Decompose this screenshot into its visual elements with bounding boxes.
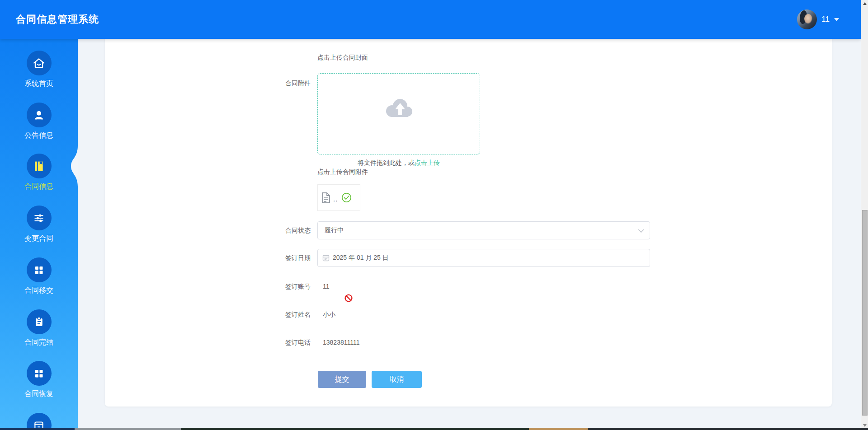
chevron-down-icon: [638, 229, 644, 233]
app-title: 合同信息管理系统: [16, 13, 99, 26]
account-value: 11: [323, 282, 330, 291]
scrollbar-up-arrow[interactable]: [861, 0, 868, 7]
attachment-label: 合同附件: [220, 79, 311, 88]
sign-date-picker[interactable]: 2025 年 01 月 25 日: [317, 249, 650, 267]
sidebar-item-label: 合同移交: [24, 287, 53, 294]
sidebar-item-contract-transfer[interactable]: 合同移交: [0, 257, 78, 294]
sidebar-item-contract-complete[interactable]: 合同完结: [0, 309, 78, 346]
name-label: 签订姓名: [220, 310, 311, 319]
dropzone-upload-link[interactable]: 点击上传: [415, 159, 440, 166]
sidebar-item-label: 公告信息: [24, 132, 53, 139]
clipboard-icon: [27, 309, 52, 334]
app-header: 合同信息管理系统 11: [0, 0, 861, 39]
no-drop-cursor-icon: [344, 294, 353, 302]
caret-down-icon: [834, 18, 839, 21]
username[interactable]: 11: [821, 15, 830, 24]
sidebar-nav: 系统首页 公告信息 合同信息: [0, 39, 78, 430]
page-scrollbar: [861, 0, 868, 430]
app-screen: 合同信息管理系统 11 系统首页: [0, 0, 868, 430]
file-dropzone[interactable]: 将文件拖到此处，或点击上传: [317, 73, 480, 154]
sidebar-item-contract-info[interactable]: 合同信息: [0, 154, 78, 190]
cloud-upload-icon: [383, 97, 414, 119]
grid-icon: [27, 257, 52, 282]
phone-label: 签订电话: [220, 338, 311, 347]
sidebar-item-contract-restore[interactable]: 合同恢复: [0, 361, 78, 397]
date-value: 2025 年 01 月 25 日: [333, 254, 389, 262]
dropzone-text: 将文件拖到此处，或点击上传: [318, 159, 480, 167]
avatar[interactable]: [797, 9, 817, 29]
bottom-edge-strip: [0, 428, 868, 430]
sidebar-item-label: 变更合同: [24, 235, 53, 242]
book-icon: [27, 154, 52, 178]
sidebar-item-label: 合同完结: [24, 339, 53, 346]
submit-button[interactable]: 提交: [318, 371, 366, 388]
status-label: 合同状态: [220, 226, 311, 235]
document-icon: [321, 192, 331, 204]
sidebar-item-label: 系统首页: [24, 80, 53, 87]
sidebar-item-change-contract[interactable]: 变更合同: [0, 206, 78, 242]
person-icon: [27, 103, 52, 127]
contract-status-select[interactable]: 履行中: [317, 221, 650, 239]
sidebar-item-announcements[interactable]: 公告信息: [0, 103, 78, 139]
grid-icon: [27, 361, 52, 386]
upload-success-icon: [341, 192, 352, 203]
scrollbar-thumb[interactable]: [862, 210, 868, 416]
active-item-notch: [68, 146, 78, 187]
phone-value: 13823811111: [323, 338, 360, 347]
upload-cover-hint: 点击上传合同封面: [317, 53, 368, 62]
sidebar-item-label: 合同恢复: [24, 390, 53, 397]
name-value: 小小: [323, 310, 335, 319]
sidebar-item-home[interactable]: 系统首页: [0, 51, 78, 87]
sliders-icon: [27, 206, 52, 230]
uploaded-file-item[interactable]: ..: [317, 184, 360, 211]
contract-form-card: 点击上传合同封面 合同附件 将文件拖到此处，或点击上传 点击上传合同附件: [105, 39, 832, 407]
sidebar-item-label: 合同信息: [24, 183, 53, 190]
dropzone-drag-text: 将文件拖到此处，或: [358, 159, 415, 166]
home-icon: [27, 51, 52, 75]
date-label: 签订日期: [220, 253, 311, 262]
upload-attachment-hint: 点击上传合同附件: [317, 167, 368, 176]
user-menu[interactable]: 11: [797, 0, 839, 39]
file-name: ..: [333, 195, 338, 203]
account-label: 签订账号: [220, 282, 311, 291]
status-value: 履行中: [325, 226, 344, 234]
cancel-button[interactable]: 取消: [372, 371, 422, 388]
calendar-icon: [322, 254, 330, 262]
